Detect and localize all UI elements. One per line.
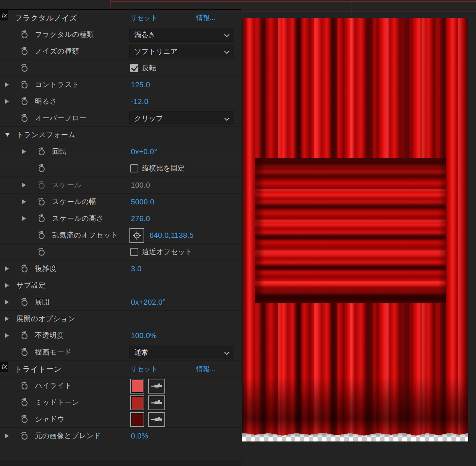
fractal-type-row: フラクタルの種類 渦巻き bbox=[0, 26, 241, 43]
blend-mode-row: 描画モード 通常 bbox=[0, 344, 241, 361]
swatch-color bbox=[132, 397, 143, 409]
blend-mode-dropdown[interactable]: 通常 bbox=[129, 346, 234, 359]
guide-line-horizontal-top bbox=[111, 1, 476, 2]
stopwatch-icon[interactable] bbox=[21, 398, 29, 407]
stopwatch-icon[interactable] bbox=[21, 64, 29, 72]
evolution-row: 展開 0x+202.0° bbox=[0, 294, 241, 311]
crosshair-icon bbox=[132, 231, 142, 240]
eyedropper-button[interactable] bbox=[148, 412, 165, 427]
property-value[interactable]: 0.0% bbox=[131, 432, 148, 440]
twirl-right-icon[interactable] bbox=[5, 82, 9, 87]
lock-aspect-checkbox[interactable] bbox=[130, 164, 138, 172]
stopwatch-icon[interactable] bbox=[21, 47, 29, 56]
stopwatch-icon[interactable] bbox=[21, 264, 29, 273]
property-label: スケール bbox=[52, 180, 81, 190]
evolution-options-group-row: 展開のオプション bbox=[0, 311, 241, 327]
blend-with-original-row: 元の画像とブレンド 0.0% bbox=[0, 428, 241, 444]
scale-width-row: スケールの幅 5000.0 bbox=[0, 194, 241, 210]
property-value[interactable]: 0x+202.0° bbox=[131, 298, 166, 307]
red-curtain-image bbox=[242, 18, 468, 436]
stopwatch-icon[interactable] bbox=[21, 348, 29, 357]
twirl-down-icon[interactable] bbox=[5, 133, 10, 137]
property-value[interactable]: 5000.0 bbox=[131, 198, 154, 206]
panel-footer bbox=[0, 454, 241, 466]
noise-type-dropdown[interactable]: ソフトリニア bbox=[129, 45, 234, 58]
property-label: スケールの高さ bbox=[52, 214, 104, 223]
composition-viewport[interactable] bbox=[241, 10, 476, 466]
invert-checkbox[interactable] bbox=[130, 64, 138, 72]
midtones-color-swatch[interactable] bbox=[130, 395, 144, 410]
point-picker-button[interactable] bbox=[129, 228, 144, 243]
info-button[interactable]: 情報... bbox=[196, 13, 215, 22]
checkbox-label: 縦横比を固定 bbox=[142, 164, 184, 173]
eyedropper-icon bbox=[151, 416, 163, 423]
lock-aspect-row: 縦横比を固定 bbox=[0, 160, 241, 177]
stopwatch-icon[interactable] bbox=[21, 331, 29, 340]
stopwatch-icon[interactable] bbox=[38, 197, 46, 206]
reset-button[interactable]: リセット bbox=[130, 365, 158, 373]
stopwatch-icon[interactable] bbox=[38, 147, 46, 156]
chevron-down-icon bbox=[224, 32, 229, 37]
twirl-right-icon[interactable] bbox=[5, 434, 9, 438]
eyedropper-button[interactable] bbox=[148, 395, 165, 410]
stopwatch-icon[interactable] bbox=[38, 247, 46, 256]
twirl-right-icon[interactable] bbox=[22, 216, 26, 221]
highlights-color-swatch[interactable] bbox=[130, 379, 144, 394]
midtones-row: ミッドトーン bbox=[0, 394, 241, 411]
property-value[interactable]: 100.0% bbox=[131, 331, 157, 340]
stopwatch-icon[interactable] bbox=[21, 97, 29, 106]
contrast-row: コントラスト 125.0 bbox=[0, 77, 241, 93]
twirl-right-icon[interactable] bbox=[5, 300, 9, 304]
stopwatch-icon[interactable] bbox=[38, 214, 46, 223]
effect-controls-panel: fx フラクタルノイズ リセット 情報... フラクタルの種類 渦巻き ノイズの… bbox=[0, 10, 241, 466]
property-label: 回転 bbox=[52, 147, 67, 156]
eyedropper-button[interactable] bbox=[148, 379, 165, 394]
property-label: 明るさ bbox=[35, 97, 57, 106]
stopwatch-icon[interactable] bbox=[21, 415, 29, 424]
stopwatch-icon[interactable] bbox=[21, 80, 29, 89]
twirl-right-icon[interactable] bbox=[22, 200, 26, 204]
red-curtain-horizontal-band bbox=[255, 158, 446, 303]
stopwatch-icon[interactable] bbox=[21, 30, 29, 39]
stopwatch-icon[interactable] bbox=[21, 298, 29, 307]
property-value[interactable]: 0x+0.0° bbox=[131, 148, 157, 156]
overflow-dropdown[interactable]: クリップ bbox=[129, 111, 234, 125]
perspective-offset-checkbox[interactable] bbox=[130, 248, 138, 256]
stopwatch-icon[interactable] bbox=[38, 164, 46, 173]
tritone-effect-header: fx トライトーン リセット 情報... bbox=[0, 361, 241, 378]
shadows-color-swatch[interactable] bbox=[130, 412, 144, 427]
twirl-right-icon[interactable] bbox=[5, 283, 9, 288]
property-value[interactable]: 3.0 bbox=[131, 265, 142, 273]
property-label: コントラスト bbox=[35, 80, 80, 90]
property-value[interactable]: -12.0 bbox=[131, 97, 148, 106]
scale-row: スケール 100.0 bbox=[0, 177, 241, 194]
property-label: 展開 bbox=[35, 297, 49, 307]
property-label: スケールの幅 bbox=[52, 197, 96, 207]
rotation-row: 回転 0x+0.0° bbox=[0, 143, 241, 160]
twirl-right-icon[interactable] bbox=[5, 333, 9, 338]
property-label: オーバーフロー bbox=[35, 113, 86, 123]
highlights-row: ハイライト bbox=[0, 378, 241, 394]
info-button[interactable]: 情報... bbox=[196, 365, 215, 373]
chevron-down-icon bbox=[224, 116, 229, 121]
fractal-type-dropdown[interactable]: 渦巻き bbox=[129, 28, 234, 42]
property-value[interactable]: 125.0 bbox=[131, 81, 150, 89]
property-value[interactable]: 640.0,1138.5 bbox=[149, 231, 194, 240]
twirl-right-icon[interactable] bbox=[5, 99, 9, 104]
perspective-offset-row: 遠近オフセット bbox=[0, 244, 241, 260]
stopwatch-icon[interactable] bbox=[38, 231, 46, 240]
property-value[interactable]: 276.0 bbox=[131, 214, 150, 223]
property-label: シャドウ bbox=[35, 414, 65, 424]
twirl-right-icon[interactable] bbox=[5, 266, 9, 271]
fx-badge-icon[interactable]: fx bbox=[0, 362, 8, 372]
twirl-right-icon[interactable] bbox=[22, 183, 26, 187]
twirl-right-icon[interactable] bbox=[22, 149, 26, 154]
reset-button[interactable]: リセット bbox=[130, 13, 158, 22]
fractal-noise-effect-header: fx フラクタルノイズ リセット 情報... bbox=[0, 10, 241, 26]
stopwatch-icon[interactable] bbox=[21, 431, 29, 440]
stopwatch-icon[interactable] bbox=[21, 114, 29, 123]
fx-badge-icon[interactable]: fx bbox=[0, 10, 8, 20]
stopwatch-icon[interactable] bbox=[21, 381, 29, 390]
twirl-right-icon[interactable] bbox=[5, 317, 9, 321]
property-label: 乱気流のオフセット bbox=[52, 230, 118, 240]
